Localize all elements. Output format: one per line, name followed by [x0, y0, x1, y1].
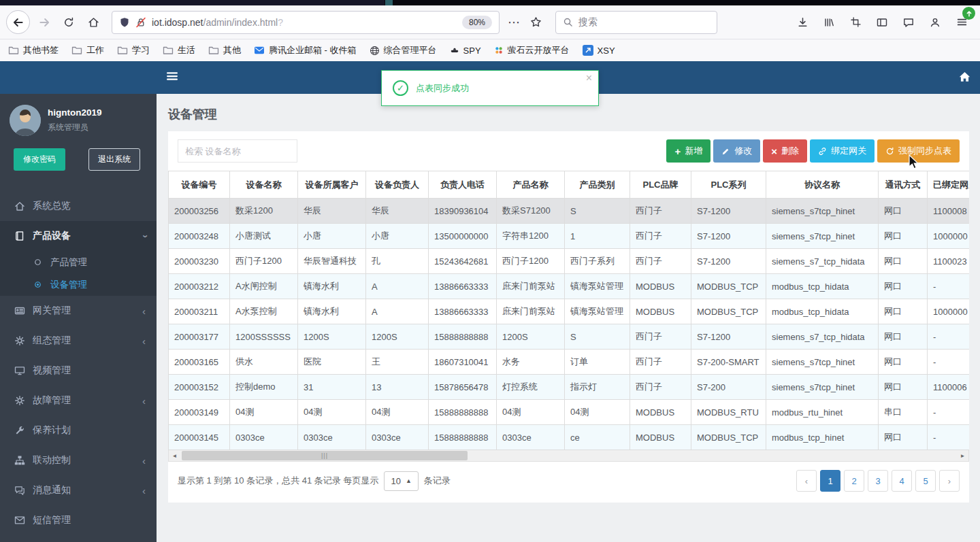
column-header[interactable]: 设备编号	[169, 171, 230, 199]
edit-button[interactable]: 修改	[713, 139, 760, 163]
table-cell: 孔	[366, 249, 429, 274]
scrollbar-track[interactable]: |||	[180, 450, 957, 461]
sidebar-item[interactable]: 短信管理	[0, 505, 157, 535]
page-button[interactable]: 1	[820, 470, 840, 492]
zoom-indicator[interactable]: 80%	[462, 16, 492, 29]
toast-message: 点表同步成功	[416, 82, 469, 95]
scrollbar-thumb[interactable]: |||	[182, 451, 468, 460]
table-row[interactable]: 200003211A水泵控制镇海水利A13886663333庶来门前泵站镇海泵站…	[169, 299, 970, 324]
column-header[interactable]: 设备负责人	[366, 171, 429, 199]
toast-close-icon[interactable]: ×	[586, 72, 592, 84]
table-row[interactable]: 200003165供水医院王18607310041水务订单西门子S7-200-S…	[169, 350, 970, 375]
table-cell: MODBUS	[630, 299, 691, 324]
column-header[interactable]: 设备所属客户	[298, 171, 366, 199]
url-domain: iot.idosp.net	[152, 17, 203, 28]
page-button[interactable]: 5	[915, 470, 936, 492]
column-header[interactable]: PLC系列	[691, 171, 766, 199]
bookmark-item[interactable]: SPY	[450, 46, 481, 56]
sidebar-item-label: 消息通知	[33, 484, 71, 496]
bookmark-item[interactable]: 其他书签	[8, 44, 59, 56]
sidebar-item[interactable]: 产品设备‹	[0, 221, 157, 251]
url-text: iot.idosp.net/admin/index.html?	[152, 17, 283, 28]
active-tab[interactable]	[0, 0, 385, 5]
table-row[interactable]: 200003230西门子1200华辰智通科技孔15243642681西门子120…	[169, 249, 970, 274]
account-button[interactable]	[925, 12, 945, 33]
home-button[interactable]	[83, 12, 103, 33]
bookmark-item[interactable]: 综合管理平台	[370, 44, 437, 56]
sidebar-item[interactable]: 组态管理‹	[0, 326, 157, 356]
sidebar-subitem[interactable]: 产品管理	[0, 251, 157, 273]
bookmark-item[interactable]: 萤石云开放平台	[494, 44, 570, 56]
change-password-button[interactable]: 修改密码	[14, 148, 65, 171]
horizontal-scrollbar[interactable]: ◄ ||| ►	[168, 450, 969, 462]
bookmark-item[interactable]: 工作	[71, 44, 104, 56]
sidebar-item-label: 系统总览	[33, 200, 71, 212]
page-button[interactable]: 3	[868, 470, 888, 492]
sidebar-toggle-button[interactable]	[165, 69, 179, 86]
column-header[interactable]: 设备名称	[230, 171, 298, 199]
table-cell: A	[366, 274, 429, 299]
forward-button[interactable]	[34, 12, 54, 33]
scroll-right-button[interactable]: ►	[957, 450, 968, 461]
sidebar-item[interactable]: 故障管理‹	[0, 386, 157, 416]
sidebar-item[interactable]: 系统总览	[0, 191, 157, 221]
delete-button[interactable]: ×删除	[763, 139, 807, 163]
bookmark-item[interactable]: 学习	[117, 44, 150, 56]
update-badge-icon[interactable]	[962, 7, 975, 20]
sidebar-item[interactable]: 联动控制‹	[0, 445, 157, 475]
sidebar-submenu: 产品管理设备管理	[0, 251, 157, 296]
column-header[interactable]: 通讯方式	[879, 171, 928, 199]
column-header[interactable]: 产品名称	[497, 171, 565, 199]
sidebar-subitem[interactable]: 设备管理	[0, 273, 157, 296]
bookmark-item[interactable]: XSY	[583, 45, 615, 56]
bookmark-item[interactable]: 生活	[163, 44, 195, 56]
page-actions-button[interactable]: ⋯	[508, 15, 520, 30]
sidebar-item[interactable]	[0, 535, 157, 542]
table-row[interactable]: 200003248小唐测试小唐小唐13500000000字符串12001西门子S…	[169, 224, 970, 249]
table-cell: 0303ce	[230, 425, 298, 450]
table-row[interactable]: 200003256数采1200华辰华辰18390936104数采S71200S西…	[169, 199, 970, 224]
screenshot-button[interactable]	[845, 12, 866, 33]
sidebar-panel-button[interactable]	[872, 12, 892, 33]
column-header[interactable]: 产品类别	[565, 171, 630, 199]
column-header[interactable]: 已绑定网关	[928, 171, 970, 199]
table-cell: 网口	[879, 274, 928, 299]
refresh-button[interactable]	[59, 12, 79, 33]
browser-search-box[interactable]: 搜索	[555, 11, 717, 34]
page-button[interactable]: 2	[844, 470, 864, 492]
logout-button[interactable]: 退出系统	[88, 148, 140, 171]
table-cell: 1200SSSSSS	[230, 324, 298, 350]
device-search-input[interactable]	[178, 139, 297, 163]
bookmarks-bar: 其他书签工作学习生活其他腾讯企业邮箱 - 收件箱综合管理平台SPY萤石云开放平台…	[0, 39, 980, 61]
bookmark-item[interactable]: 腾讯企业邮箱 - 收件箱	[254, 44, 357, 56]
url-bar[interactable]: iot.idosp.net/admin/index.html? 80%	[112, 11, 500, 34]
table-cell: siemens_s7tcp_hinet	[766, 199, 879, 224]
table-row[interactable]: 2000031450303ce0303ce0303ce1588888888803…	[169, 425, 970, 450]
table-row[interactable]: 200003152控制demo311315878656478灯控系统指示灯西门子…	[169, 375, 970, 400]
sidebar-item[interactable]: 消息通知‹	[0, 475, 157, 505]
sidebar-item[interactable]: 保养计划	[0, 416, 157, 445]
sidebar-item[interactable]: 网关管理‹	[0, 296, 157, 326]
library-button[interactable]	[819, 12, 839, 33]
next-page-button[interactable]: ›	[939, 470, 960, 492]
table-cell: siemens_s7tcp_hinet	[766, 375, 879, 400]
messages-button[interactable]	[898, 12, 919, 33]
back-button[interactable]	[6, 10, 30, 34]
bookmark-star-button[interactable]	[525, 12, 546, 33]
add-button[interactable]: +新增	[666, 139, 710, 163]
column-header[interactable]: PLC品牌	[630, 171, 691, 199]
prev-page-button[interactable]: ‹	[796, 470, 817, 492]
table-row[interactable]: 2000031771200SSSSSS1200S1200S15888888888…	[169, 324, 970, 350]
page-size-select[interactable]: 10 ▲	[384, 471, 418, 491]
page-button[interactable]: 4	[892, 470, 912, 492]
sidebar-item[interactable]: 视频管理	[0, 356, 157, 386]
downloads-button[interactable]	[792, 12, 813, 33]
bind-gateway-button[interactable]: 绑定网关	[810, 139, 875, 163]
column-header[interactable]: 协议名称	[766, 171, 879, 199]
column-header[interactable]: 负责人电话	[429, 171, 497, 199]
table-row[interactable]: 200003212A水闸控制镇海水利A13886663333庶来门前泵站镇海泵站…	[169, 274, 970, 299]
bookmark-item[interactable]: 其他	[208, 44, 241, 56]
table-row[interactable]: 20000314904测04测04测1588888888804测04测MODBU…	[169, 400, 970, 425]
header-home-button[interactable]	[958, 70, 971, 86]
scroll-left-button[interactable]: ◄	[169, 450, 180, 461]
